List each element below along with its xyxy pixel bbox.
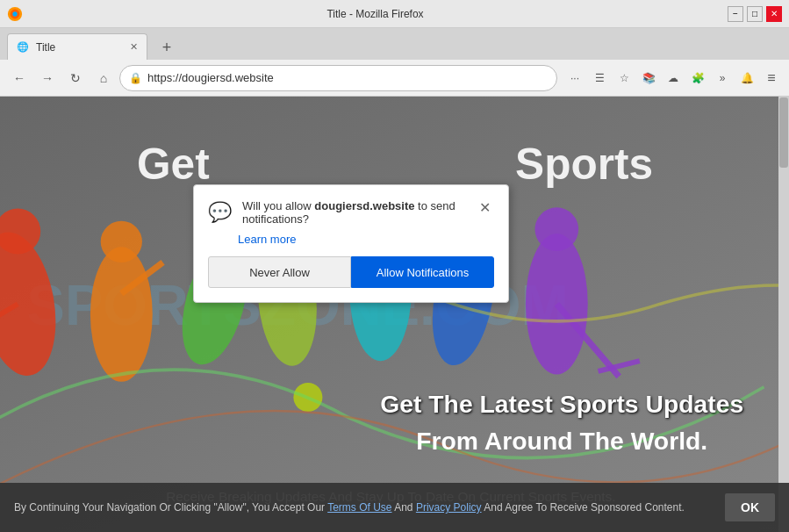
address-bar[interactable]: 🔒 https://dougiersd.website bbox=[119, 65, 557, 91]
popup-site: dougiersd.website bbox=[314, 199, 414, 212]
browser-tab[interactable]: 🌐 Title ✕ bbox=[7, 33, 147, 60]
consent-prefix: By Continuing Your Navigation Or Clickin… bbox=[14, 501, 327, 514]
consent-and: And bbox=[392, 501, 416, 514]
notification-chat-icon: 💬 bbox=[208, 201, 232, 224]
back-button[interactable]: ← bbox=[7, 66, 32, 90]
refresh-button[interactable]: ↻ bbox=[63, 66, 88, 90]
svg-point-11 bbox=[101, 221, 142, 262]
more-tools-button[interactable]: » bbox=[712, 68, 733, 89]
home-button[interactable]: ⌂ bbox=[91, 66, 116, 90]
window-title: Title - Mozilla Firefox bbox=[23, 8, 728, 20]
notification-bell[interactable]: 🔔 bbox=[736, 68, 757, 89]
svg-point-23 bbox=[535, 207, 579, 251]
maximize-button[interactable]: □ bbox=[747, 6, 763, 22]
consent-text: By Continuing Your Navigation Or Clickin… bbox=[14, 500, 711, 515]
svg-text:Sports: Sports bbox=[515, 140, 653, 189]
window-controls: − □ ✕ bbox=[728, 6, 782, 22]
nav-bar: ← → ↻ ⌂ 🔒 https://dougiersd.website ··· … bbox=[0, 60, 789, 97]
pocket-button[interactable]: ☰ bbox=[589, 68, 610, 89]
consent-ok-button[interactable]: OK bbox=[725, 493, 775, 521]
popup-header: 💬 Will you allow dougiersd.website to se… bbox=[208, 199, 494, 226]
svg-text:Get The Latest Sports Updates: Get The Latest Sports Updates bbox=[380, 390, 743, 418]
nav-extras: ··· ☰ ☆ 📚 ☁ 🧩 » 🔔 ≡ bbox=[564, 68, 782, 89]
bookmark-button[interactable]: ☆ bbox=[613, 68, 635, 89]
allow-notifications-button[interactable]: Allow Notifications bbox=[351, 256, 494, 288]
svg-point-10 bbox=[90, 247, 153, 382]
extensions-button[interactable]: 🧩 bbox=[687, 68, 708, 89]
firefox-logo bbox=[7, 6, 23, 22]
privacy-link[interactable]: Privacy Policy bbox=[416, 501, 482, 514]
page-content: SPORTSZONE.COM bbox=[0, 97, 789, 532]
library-button[interactable]: 📚 bbox=[638, 68, 659, 89]
tab-close-button[interactable]: ✕ bbox=[130, 41, 138, 53]
title-bar: Title - Mozilla Firefox − □ ✕ bbox=[0, 0, 789, 28]
learn-more-link[interactable]: Learn more bbox=[238, 233, 494, 246]
notification-popup: 💬 Will you allow dougiersd.website to se… bbox=[193, 184, 509, 303]
title-bar-left bbox=[7, 6, 23, 22]
forward-button[interactable]: → bbox=[35, 66, 60, 90]
security-icon: 🔒 bbox=[129, 72, 142, 84]
close-button[interactable]: ✕ bbox=[766, 6, 782, 22]
svg-text:Get: Get bbox=[137, 140, 210, 189]
dots-menu-button[interactable]: ··· bbox=[564, 68, 585, 89]
terms-link[interactable]: Terms Of Use bbox=[327, 501, 391, 514]
never-allow-button[interactable]: Never Allow bbox=[208, 256, 351, 288]
menu-button[interactable]: ≡ bbox=[761, 68, 782, 89]
athletes-illustration: SPORTSZONE.COM bbox=[0, 97, 789, 532]
popup-question-prefix: Will you allow bbox=[242, 199, 314, 212]
tab-bar: 🌐 Title ✕ + bbox=[0, 28, 789, 60]
url-text: https://dougiersd.website bbox=[147, 71, 548, 84]
tab-favicon: 🌐 bbox=[17, 41, 29, 53]
sync-button[interactable]: ☁ bbox=[663, 68, 684, 89]
popup-message: Will you allow dougiersd.website to send… bbox=[242, 199, 476, 226]
popup-buttons: Never Allow Allow Notifications bbox=[208, 256, 494, 288]
tab-label: Title bbox=[36, 41, 55, 54]
consent-end: And Agree To Receive Sponsored Content. bbox=[482, 501, 685, 514]
popup-close-button[interactable]: ✕ bbox=[476, 199, 494, 216]
svg-point-2 bbox=[12, 11, 17, 16]
svg-text:From Around The World.: From Around The World. bbox=[416, 427, 707, 455]
scrollbar-thumb[interactable] bbox=[779, 97, 788, 168]
new-tab-button[interactable]: + bbox=[154, 35, 179, 60]
consent-bar: By Continuing Your Navigation Or Clickin… bbox=[0, 483, 789, 532]
minimize-button[interactable]: − bbox=[728, 6, 743, 22]
scrollbar[interactable] bbox=[778, 97, 789, 532]
